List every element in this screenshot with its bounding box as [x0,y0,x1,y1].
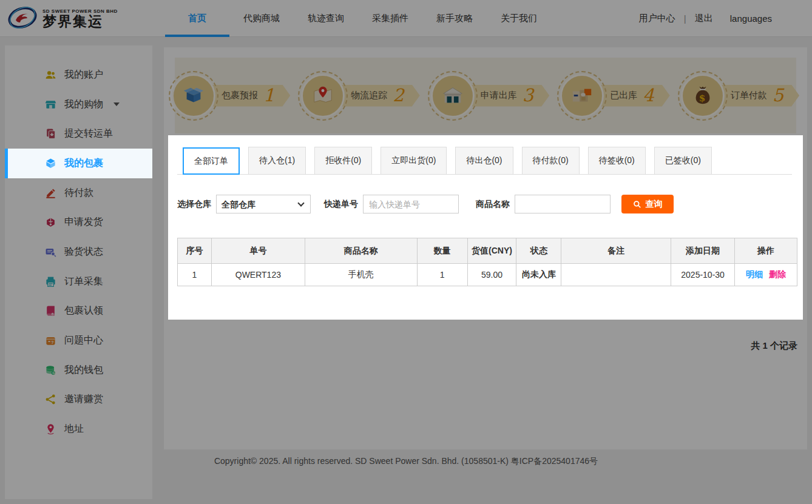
sidebar-item-request-shipping[interactable]: 申请发货 [5,207,152,237]
step-shipped-out: 已出库 4 [560,74,669,118]
shop-icon [45,99,56,110]
cell-order-no: QWERT123 [211,264,305,286]
navbar-user-area: 用户中心 | 退出 languages [639,0,772,37]
logout-link[interactable]: 退出 [695,13,713,24]
money-bag-icon: $ [681,74,725,118]
sidebar: 我的账户 我的购物 提交转运单 我的包裹 待付款 申请发货 验货状 [5,45,152,499]
sidebar-item-package-claim[interactable]: 包裹认领 [5,297,152,326]
step-number: 5 [773,87,783,104]
warehouse-label: 选择仓库 [177,199,211,210]
warehouse-select[interactable]: 全部仓库 [216,195,311,213]
col-status: 状态 [516,238,561,264]
nav-item-beginner-guide[interactable]: 新手攻略 [422,0,487,37]
sidebar-item-question-center[interactable]: ? 问题中心 [5,326,152,355]
tab-rejected[interactable]: 拒收件(0) [314,147,372,174]
tab-ship-now[interactable]: 立即出货(0) [381,147,447,174]
step-logistics-tracking: 物流追踪 2 [301,74,419,118]
sidebar-item-my-wallet[interactable]: G 我的钱包 [5,355,152,385]
col-order-no: 单号 [211,238,305,264]
nav-item-about-us[interactable]: 关于我们 [487,0,551,37]
tab-pending-inbound[interactable]: 待入仓(1) [248,147,306,174]
warehouse-icon [431,74,475,118]
nav-item-home[interactable]: 首页 [165,0,229,37]
filter-bar: 选择仓库 全部仓库 快递单号 商品名称 查询 [177,195,674,213]
record-count-summary: 共 1 个记录 [177,340,797,352]
cell-seq: 1 [178,264,212,286]
search-button[interactable]: 查询 [621,195,674,213]
nav-divider: | [684,13,686,24]
col-seq: 序号 [178,238,212,264]
brand-logo[interactable]: SD SWEET POWER SDN BHD 梦界集运 [7,4,118,33]
col-qty: 数量 [417,238,467,264]
sidebar-item-pending-payment[interactable]: 待付款 [5,178,152,208]
sidebar-item-submit-transfer-order[interactable]: 提交转运单 [5,119,152,149]
table-header-row: 序号 单号 商品名称 数量 货值(CNY) 状态 备注 添加日期 操作 [178,238,797,264]
step-number: 1 [263,87,274,104]
search-icon [633,200,641,209]
tab-all-orders[interactable]: 全部订单 [183,147,240,175]
svg-text:$: $ [699,92,706,103]
tracking-no-input[interactable] [363,195,459,213]
main-nav: 首页 代购商城 轨迹查询 采集插件 新手攻略 关于我们 [165,0,551,37]
claim-icon [45,305,56,317]
tab-pending-signoff[interactable]: 待签收(0) [588,147,646,174]
cell-actions: 明细 删除 [735,264,797,286]
sidebar-item-my-packages[interactable]: 我的包裹 [5,149,152,178]
tab-signed[interactable]: 已签收(0) [654,147,712,174]
order-collect-icon [45,276,56,287]
parcel-box-icon [172,74,215,118]
cell-value: 59.00 [467,264,516,286]
detail-link[interactable]: 明细 [746,269,763,279]
cell-product: 手机壳 [305,264,417,286]
step-label: 物流追踪 [351,90,387,101]
swirl-logo-icon [7,4,38,33]
map-pin-icon [45,423,56,435]
col-actions: 操作 [735,238,797,264]
tab-pending-outbound[interactable]: 待出仓(0) [455,147,513,174]
pen-payment-icon [45,187,56,199]
package-icon [45,158,56,169]
user-center-link[interactable]: 用户中心 [639,13,675,24]
col-remark: 备注 [561,238,671,264]
user-icon [45,69,56,81]
cell-date: 2025-10-30 [671,264,735,286]
cell-remark [561,264,671,286]
wallet-icon: G [45,365,56,376]
svg-text:?: ? [51,340,53,345]
sidebar-item-address[interactable]: 地址 [5,414,152,444]
nav-item-shopping-mall[interactable]: 代购商城 [229,0,294,37]
brand-name: 梦界集运 [42,14,118,29]
step-label: 申请出库 [481,90,517,101]
sidebar-item-invite-rewards[interactable]: 邀请赚赏 [5,385,152,415]
process-steps-banner: 包裹预报 1 物流追踪 2 申请出库 3 [175,58,796,133]
cell-status: 尚未入库 [516,264,561,286]
step-label: 订单付款 [731,90,767,101]
col-date-added: 添加日期 [671,238,735,264]
sidebar-item-inspection-status[interactable]: 验货状态 [5,237,152,267]
tab-pending-payment[interactable]: 待付款(0) [522,147,580,174]
sidebar-item-my-account[interactable]: 我的账户 [5,60,152,90]
delete-link[interactable]: 删除 [769,269,786,279]
cell-qty: 1 [417,264,467,286]
step-number: 4 [643,87,654,104]
chevron-down-icon [113,102,120,106]
map-tracking-icon [301,74,345,118]
order-status-tabs: 全部订单 待入仓(1) 拒收件(0) 立即出货(0) 待出仓(0) 待付款(0)… [177,147,792,175]
main-content-card: 包裹预报 1 物流追踪 2 申请出库 3 [164,47,807,449]
languages-link[interactable]: languages [730,13,772,24]
product-name-input[interactable] [515,195,611,213]
step-order-payment: $ 订单付款 5 [681,74,799,118]
step-request-outbound: 申请出库 3 [431,74,549,118]
ship-request-icon [45,217,56,228]
nav-item-collect-plugin[interactable]: 采集插件 [358,0,422,37]
col-product-name: 商品名称 [305,238,417,264]
question-icon: ? [45,335,56,346]
sidebar-item-order-collection[interactable]: 订单采集 [5,267,152,297]
sidebar-item-my-shopping[interactable]: 我的购物 [5,90,152,119]
transfer-order-icon [45,128,56,139]
shipped-boxes-icon [560,74,604,118]
top-navbar: SD SWEET POWER SDN BHD 梦界集运 首页 代购商城 轨迹查询… [0,0,812,37]
nav-item-track-query[interactable]: 轨迹查询 [294,0,358,37]
table-row: 1 QWERT123 手机壳 1 59.00 尚未入库 2025-10-30 明… [178,264,797,286]
svg-text:G: G [52,371,55,375]
